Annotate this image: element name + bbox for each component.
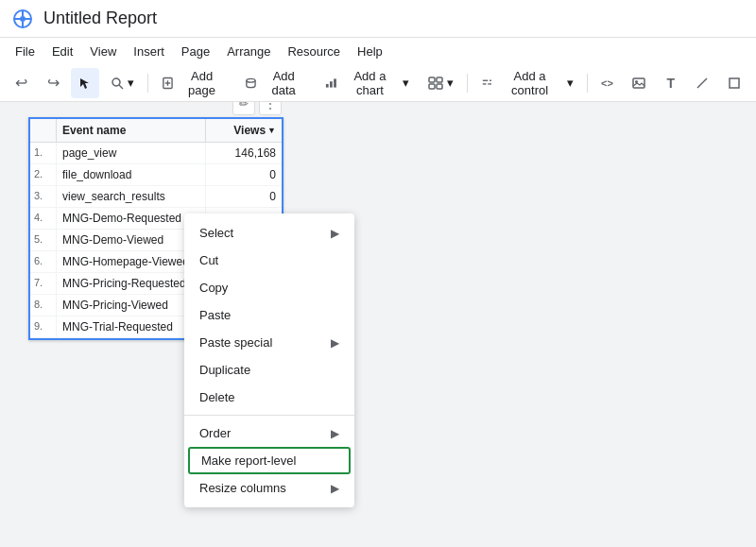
add-chart-arrow: ▾ (403, 76, 409, 90)
ctx-delete[interactable]: Delete (184, 384, 354, 411)
add-control-button[interactable]: Add a control ▾ (473, 65, 581, 101)
toolbar: ↩ ↪ ▾ Add page Add data A (0, 64, 756, 102)
select-arrow-icon: ▶ (331, 227, 339, 240)
paste-special-arrow-icon: ▶ (331, 336, 339, 350)
header-num (30, 119, 57, 142)
add-page-icon (162, 77, 174, 90)
table-row[interactable]: 1. page_view 146,168 (30, 143, 282, 164)
canvas-area[interactable]: ✏ ⋮ Event name Views ▼ 1. page_view 146,… (0, 102, 756, 547)
menu-resource[interactable]: Resource (280, 42, 348, 61)
control-arrow: ▾ (567, 76, 574, 90)
svg-line-7 (119, 85, 123, 89)
image-icon (632, 77, 645, 90)
redo-button[interactable]: ↪ (40, 68, 68, 98)
add-chart-button[interactable]: Add a chart ▾ (318, 65, 417, 101)
widget-toolbar: ✏ ⋮ (232, 102, 282, 115)
ctx-duplicate[interactable]: Duplicate (184, 356, 354, 384)
table-header: Event name Views ▼ (30, 119, 282, 143)
line-icon (696, 77, 709, 90)
svg-rect-12 (326, 83, 329, 87)
ctx-select[interactable]: Select ▶ (184, 219, 354, 247)
svg-point-11 (247, 78, 255, 82)
order-arrow-icon: ▶ (331, 427, 339, 440)
svg-rect-18 (437, 84, 442, 89)
divider-1 (147, 74, 148, 93)
svg-rect-13 (330, 81, 333, 87)
text-button[interactable]: T (657, 68, 685, 98)
svg-point-1 (20, 16, 26, 22)
menu-arrange[interactable]: Arrange (219, 42, 278, 61)
image-button[interactable] (625, 68, 653, 98)
ctx-paste[interactable]: Paste (184, 301, 354, 329)
svg-rect-26 (730, 78, 739, 88)
ctx-order[interactable]: Order ▶ (184, 419, 354, 447)
table-row[interactable]: 2. file_download 0 (30, 164, 282, 186)
widget-edit-button[interactable]: ✏ (232, 102, 255, 115)
component-button[interactable]: ▾ (421, 72, 461, 94)
cursor-button[interactable] (71, 68, 99, 98)
svg-rect-17 (429, 84, 435, 89)
svg-rect-15 (429, 77, 435, 82)
menu-help[interactable]: Help (350, 42, 390, 61)
menu-page[interactable]: Page (174, 42, 217, 61)
menu-view[interactable]: View (82, 42, 124, 61)
resize-arrow-icon: ▶ (331, 482, 339, 495)
svg-rect-14 (334, 78, 336, 87)
menu-insert[interactable]: Insert (126, 42, 172, 61)
app-icon (11, 8, 34, 30)
component-arrow: ▾ (447, 76, 454, 90)
svg-point-6 (112, 78, 120, 86)
undo-button[interactable]: ↩ (8, 68, 36, 98)
svg-point-24 (635, 80, 638, 83)
ctx-copy[interactable]: Copy (184, 274, 354, 301)
code-button[interactable]: <> (593, 68, 622, 98)
divider-3 (587, 74, 588, 93)
menu-file[interactable]: File (8, 42, 43, 61)
svg-line-25 (697, 78, 707, 88)
svg-rect-16 (437, 77, 442, 82)
sort-icon: ▼ (267, 126, 276, 135)
add-page-label: Add page (178, 69, 226, 97)
add-data-button[interactable]: Add data (237, 65, 314, 101)
header-views[interactable]: Views ▼ (206, 119, 282, 142)
zoom-icon (111, 77, 124, 90)
component-icon (428, 77, 443, 90)
line-button[interactable] (689, 68, 717, 98)
table-row[interactable]: 3. view_search_results 0 (30, 186, 282, 208)
add-data-icon (245, 77, 257, 90)
add-page-button[interactable]: Add page (154, 65, 233, 101)
page-title: Untitled Report (43, 9, 157, 28)
ctx-separator (184, 415, 354, 416)
svg-rect-23 (633, 78, 644, 88)
control-icon (481, 77, 493, 90)
widget-more-button[interactable]: ⋮ (259, 102, 282, 115)
ctx-make-report-level[interactable]: Make report-level (188, 447, 351, 474)
add-chart-label: Add a chart (341, 69, 399, 97)
add-data-label: Add data (261, 69, 306, 97)
title-bar: Untitled Report (0, 0, 756, 38)
add-chart-icon (325, 77, 337, 90)
rect-icon (728, 77, 741, 90)
header-event-name: Event name (57, 119, 206, 142)
menu-edit[interactable]: Edit (44, 42, 80, 61)
cursor-icon (78, 77, 92, 90)
add-control-label: Add a control (497, 69, 563, 97)
zoom-button[interactable]: ▾ (103, 72, 142, 94)
ctx-cut[interactable]: Cut (184, 247, 354, 274)
menu-bar: File Edit View Insert Page Arrange Resou… (0, 38, 756, 64)
zoom-arrow: ▾ (128, 76, 134, 90)
context-menu: Select ▶ Cut Copy Paste Paste special ▶ … (184, 214, 354, 507)
rect-button[interactable] (720, 68, 748, 98)
ctx-resize-columns[interactable]: Resize columns ▶ (184, 474, 354, 502)
ctx-paste-special[interactable]: Paste special ▶ (184, 329, 354, 356)
divider-2 (467, 74, 468, 93)
